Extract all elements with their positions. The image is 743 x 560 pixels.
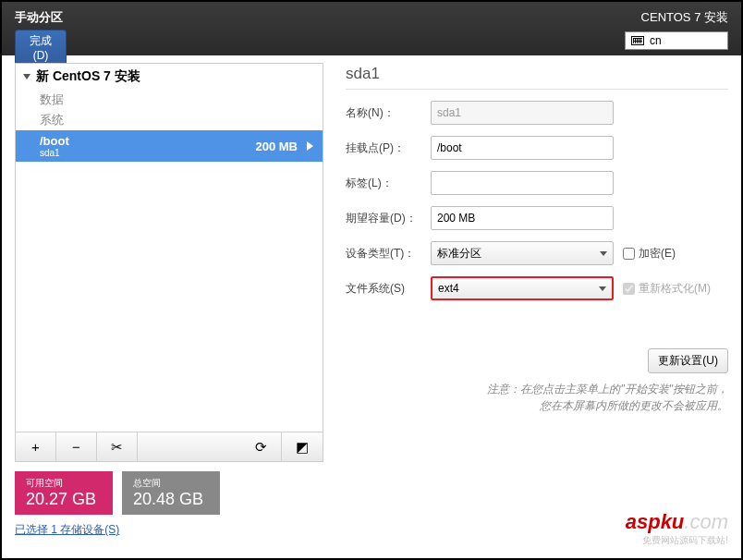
header: 手动分区 完成(D) CENTOS 7 安装 cn bbox=[2, 2, 741, 55]
available-space-value: 20.27 GB bbox=[26, 490, 102, 509]
brand-label: CENTOS 7 安装 bbox=[641, 9, 728, 26]
reformat-label: 重新格式化(M) bbox=[639, 281, 711, 297]
expand-icon bbox=[23, 74, 30, 79]
encrypt-label: 加密(E) bbox=[639, 246, 676, 262]
tree-group-system[interactable]: 系统 bbox=[16, 110, 323, 130]
tools-button[interactable]: ✂ bbox=[97, 432, 138, 461]
toolbar-spacer bbox=[138, 432, 241, 461]
total-space-value: 20.48 GB bbox=[133, 490, 209, 509]
details-panel: sda1 名称(N)： 挂载点(P)： 标签(L)： 期望容量(D)： 设备类型… bbox=[323, 63, 728, 462]
chevron-down-icon bbox=[599, 286, 606, 291]
reload-button[interactable]: ⟳ bbox=[241, 432, 282, 461]
keyboard-layout-text: cn bbox=[650, 34, 662, 47]
keyboard-icon bbox=[631, 36, 644, 45]
chevron-down-icon bbox=[600, 251, 607, 256]
help-button[interactable]: ◩ bbox=[282, 432, 323, 461]
encrypt-input[interactable] bbox=[623, 248, 635, 260]
name-label: 名称(N)： bbox=[346, 105, 431, 121]
keyboard-layout-selector[interactable]: cn bbox=[625, 31, 728, 50]
tree-item-size: 200 MB bbox=[255, 140, 298, 153]
add-partition-button[interactable]: + bbox=[16, 432, 56, 461]
tree-root-label: 新 CentOS 7 安装 bbox=[36, 68, 140, 85]
mount-label: 挂载点(P)： bbox=[346, 140, 431, 156]
reformat-checkbox: 重新格式化(M) bbox=[623, 281, 711, 297]
storage-devices-link[interactable]: 已选择 1 存储设备(S) bbox=[15, 522, 119, 538]
chevron-right-icon bbox=[307, 141, 313, 151]
name-field bbox=[431, 101, 614, 125]
tree-group-data[interactable]: 数据 bbox=[16, 90, 323, 110]
page-title: 手动分区 bbox=[15, 9, 67, 26]
encrypt-checkbox[interactable]: 加密(E) bbox=[623, 246, 676, 262]
reformat-input bbox=[623, 283, 635, 295]
available-space-box: 可用空间 20.27 GB bbox=[15, 471, 113, 515]
tree-item-boot[interactable]: /boot sda1 200 MB bbox=[16, 130, 323, 162]
tree-item-device: sda1 bbox=[40, 148, 255, 158]
filesystem-select[interactable]: ext4 bbox=[431, 276, 614, 300]
capacity-field[interactable] bbox=[431, 206, 614, 230]
devtype-value: 标准分区 bbox=[437, 246, 481, 262]
details-title: sda1 bbox=[346, 65, 728, 90]
partition-tree-panel: 新 CentOS 7 安装 数据 系统 /boot sda1 200 MB + … bbox=[15, 63, 323, 462]
total-space-label: 总空间 bbox=[133, 477, 209, 490]
fs-label: 文件系统(S) bbox=[346, 281, 431, 297]
settings-note: 注意：在您点击主菜单上的"开始安装"按钮之前， 您在本屏幕内所做的更改不会被应用… bbox=[487, 381, 728, 414]
available-space-label: 可用空间 bbox=[26, 477, 102, 490]
watermark: aspku.com 免费网站源码下载站! bbox=[626, 510, 728, 547]
total-space-box: 总空间 20.48 GB bbox=[122, 471, 220, 515]
devtype-label: 设备类型(T)： bbox=[346, 246, 431, 262]
partition-toolbar: + − ✂ ⟳ ◩ bbox=[16, 432, 323, 461]
devtype-select[interactable]: 标准分区 bbox=[431, 241, 614, 265]
partition-tree[interactable]: 新 CentOS 7 安装 数据 系统 /boot sda1 200 MB bbox=[16, 64, 323, 432]
label-label: 标签(L)： bbox=[346, 176, 431, 191]
mount-field[interactable] bbox=[431, 136, 614, 160]
filesystem-value: ext4 bbox=[438, 282, 459, 295]
remove-partition-button[interactable]: − bbox=[56, 432, 97, 461]
tree-root[interactable]: 新 CentOS 7 安装 bbox=[16, 64, 323, 90]
label-field[interactable] bbox=[431, 171, 614, 195]
capacity-label: 期望容量(D)： bbox=[346, 211, 431, 226]
tree-item-mount: /boot bbox=[40, 134, 255, 148]
update-settings-button[interactable]: 更新设置(U) bbox=[648, 348, 728, 373]
done-button[interactable]: 完成(D) bbox=[15, 30, 67, 66]
